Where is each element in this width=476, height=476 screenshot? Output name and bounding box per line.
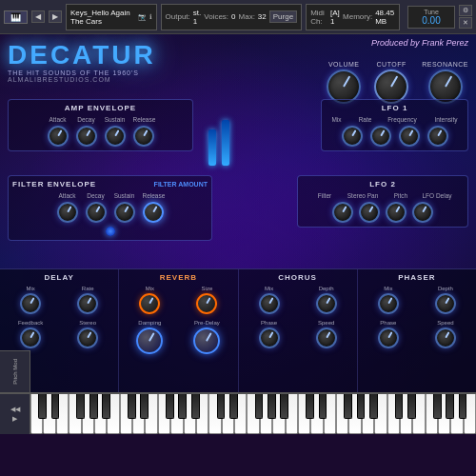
- black-key-2-5[interactable]: [280, 394, 288, 419]
- reverb-mix-knob[interactable]: [139, 293, 160, 314]
- filter-attack-label: Attack: [57, 192, 78, 199]
- lfo1-rate-knob[interactable]: [370, 126, 391, 147]
- resonance-knob-group: RESONANCE: [422, 61, 468, 104]
- lfo1-freq-knob[interactable]: [399, 126, 420, 147]
- instrument-name: Keys_Hello Again The Cars: [70, 9, 135, 26]
- lfo1-mix-knob[interactable]: [342, 126, 363, 147]
- black-key-3-5[interactable]: [369, 394, 378, 419]
- delay-mix-item: Mix: [20, 286, 41, 314]
- close-btn[interactable]: ✕: [459, 17, 472, 29]
- black-key-0-5[interactable]: [102, 394, 110, 419]
- lfo2-lfodelay-label: LFO Delay: [420, 192, 454, 199]
- black-key-2-0[interactable]: [217, 394, 226, 419]
- main-body: Produced by Frank Perez DECATUR THE HIT …: [0, 34, 476, 434]
- black-key-3-4[interactable]: [357, 394, 366, 419]
- black-key-2-4[interactable]: [268, 394, 276, 419]
- amp-release-knob[interactable]: [133, 126, 154, 147]
- chorus-section: CHORUS Mix Depth Phase Speed: [239, 269, 358, 392]
- black-key-0-0[interactable]: [38, 394, 47, 419]
- produced-by: Produced by Frank Perez: [371, 38, 468, 48]
- resonance-label: RESONANCE: [422, 61, 468, 68]
- purge-btn[interactable]: Purge: [269, 10, 297, 23]
- black-key-4-0[interactable]: [395, 394, 404, 419]
- prev-btn[interactable]: ◀: [31, 10, 45, 23]
- black-key-3-3[interactable]: [344, 394, 352, 419]
- black-key-4-4[interactable]: [446, 394, 454, 419]
- chorus-speed-knob[interactable]: [316, 327, 337, 348]
- chorus-phase-label: Phase: [261, 320, 277, 326]
- black-key-4-1[interactable]: [407, 394, 416, 419]
- black-key-3-1[interactable]: [319, 394, 327, 419]
- black-key-1-0[interactable]: [128, 394, 136, 419]
- lfo1-intensity-knob[interactable]: [427, 126, 448, 147]
- lfo1-knobs: [326, 126, 464, 147]
- phaser-speed-knob[interactable]: [435, 327, 456, 348]
- delay-feedback-knob[interactable]: [20, 327, 41, 348]
- phaser-depth-knob[interactable]: [435, 293, 456, 314]
- filter-release-label: Release: [143, 192, 164, 199]
- reverb-predelay-knob[interactable]: [193, 327, 220, 354]
- black-key-4-5[interactable]: [459, 394, 467, 419]
- reverb-title: REVERB: [125, 273, 231, 282]
- memory-label: Memory:: [343, 12, 372, 21]
- chorus-phase-knob[interactable]: [259, 327, 280, 348]
- filter-decay-label: Decay: [86, 192, 107, 199]
- reverb-damping-item: Damping: [136, 320, 163, 354]
- next-btn[interactable]: ▶: [49, 10, 62, 23]
- filter-release-knob[interactable]: [143, 202, 164, 223]
- filter-env-title: FILTER ENVELOPE: [12, 180, 96, 188]
- chorus-mix-knob[interactable]: [259, 293, 280, 314]
- black-key-0-3[interactable]: [76, 394, 85, 419]
- phaser-phase-knob[interactable]: [378, 327, 399, 348]
- black-key-4-3[interactable]: [433, 394, 442, 419]
- black-key-3-0[interactable]: [306, 394, 314, 419]
- lfo2-pitch-label: Pitch: [387, 192, 414, 199]
- black-key-1-1[interactable]: [140, 394, 149, 419]
- keyboard-keys[interactable]: [30, 394, 476, 434]
- scroll-right-icon[interactable]: ▶: [12, 415, 17, 423]
- delay-title: DELAY: [6, 273, 112, 282]
- lfo1-panel: LFO 1 Mix Rate Frequency Intensity: [321, 99, 468, 151]
- amp-decay-knob[interactable]: [76, 126, 97, 147]
- black-key-2-1[interactable]: [229, 394, 238, 419]
- chorus-depth-knob[interactable]: [316, 293, 337, 314]
- amp-sustain-knob[interactable]: [105, 126, 126, 147]
- lfo2-lfodelay-knob[interactable]: [412, 202, 433, 223]
- bar-right: [222, 120, 229, 166]
- reverb-size-knob[interactable]: [196, 293, 217, 314]
- delay-feedback-label: Feedback: [18, 320, 43, 326]
- phaser-mix-knob[interactable]: [378, 293, 399, 314]
- chorus-mix-item: Mix: [259, 286, 280, 314]
- options-btn[interactable]: ⚙: [459, 5, 472, 16]
- black-key-0-1[interactable]: [51, 394, 60, 419]
- black-key-1-5[interactable]: [191, 394, 200, 419]
- voices-label: Voices:: [204, 12, 228, 21]
- delay-stereo-knob[interactable]: [77, 327, 98, 348]
- black-key-1-4[interactable]: [178, 394, 187, 419]
- midi-section: Midi Ch: [A] 1 Memory: 48.45 MB: [306, 4, 400, 30]
- amp-env-labels: Attack Decay Sustain Release: [12, 116, 188, 123]
- title-subtitle: THE HIT SOUNDS OF THE 1960'S: [8, 69, 156, 76]
- lfo2-filter-knob[interactable]: [332, 202, 353, 223]
- scroll-left-icon[interactable]: ◀◀: [10, 406, 20, 413]
- filter-sustain-knob[interactable]: [114, 202, 135, 223]
- black-key-2-3[interactable]: [255, 394, 264, 419]
- amp-attack-label: Attack: [48, 116, 69, 123]
- instrument-section: Keys_Hello Again The Cars 📷 ℹ: [66, 4, 157, 30]
- lfo2-labels: Filter Stereo Pan Pitch LFO Delay: [302, 192, 464, 199]
- black-key-1-3[interactable]: [166, 394, 174, 419]
- output-label: Output:: [166, 12, 190, 21]
- lfo2-pitch-knob[interactable]: [386, 202, 407, 223]
- amp-attack-knob[interactable]: [48, 126, 69, 147]
- black-key-0-4[interactable]: [89, 394, 98, 419]
- keyboard: ◀◀ ▶: [0, 392, 476, 434]
- reverb-size-label: Size: [202, 286, 213, 291]
- filter-decay-knob[interactable]: [86, 202, 107, 223]
- reverb-damping-knob[interactable]: [136, 327, 163, 354]
- lfo1-rate-label: Rate: [355, 116, 376, 123]
- filter-attack-knob[interactable]: [57, 202, 78, 223]
- lfo2-stereopan-knob[interactable]: [359, 202, 380, 223]
- delay-rate-knob[interactable]: [77, 293, 98, 314]
- delay-mix-knob[interactable]: [20, 293, 41, 314]
- delay-stereo-item: Stereo: [77, 320, 98, 348]
